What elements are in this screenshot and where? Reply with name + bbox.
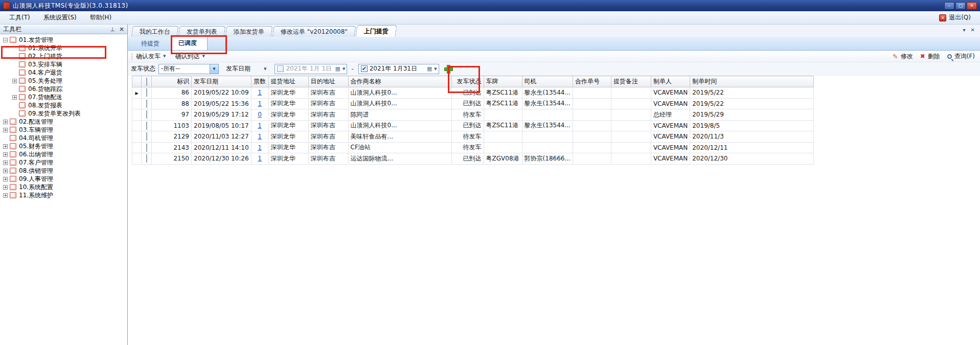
tree-item[interactable]: 04.客户退货 (0, 68, 127, 77)
expand-plus-icon[interactable]: + (3, 128, 8, 132)
column-header-合作商名称[interactable]: 合作商名称 (348, 76, 451, 87)
tab-上门提货[interactable]: 上门提货 (355, 25, 397, 37)
column-header-发车状态[interactable]: 发车状态 (451, 76, 484, 87)
tab-添加发货单[interactable]: 添加发货单 (225, 26, 273, 37)
table-row[interactable]: 882019/05/22 15:361深圳龙华深圳布吉山顶洞人科技0...已到达… (132, 98, 814, 109)
maximize-button[interactable]: ▢ (955, 2, 966, 10)
tree-item[interactable]: +06.出纳管理 (0, 150, 127, 158)
ticket-count-link[interactable]: 1 (258, 155, 262, 162)
tree-item[interactable]: +05.财务管理 (0, 142, 127, 150)
menu-item-工具(T)[interactable]: 工具(T) (4, 12, 35, 22)
expand-plus-icon[interactable]: + (12, 95, 17, 100)
expand-plus-icon[interactable]: + (3, 160, 8, 165)
tab-overflow-icon[interactable]: ▾ (963, 27, 966, 33)
table-row[interactable]: 21502020/12/30 10:261深圳龙华深圳布吉运达国际物流...已到… (132, 153, 814, 165)
column-header-制单时间[interactable]: 制单时间 (690, 76, 814, 87)
tree-item[interactable]: +11.系统维护 (0, 191, 127, 199)
column-header-车牌[interactable]: 车牌 (484, 76, 522, 87)
combo-dropdown-icon[interactable]: ▼ (210, 64, 218, 74)
column-header-制单人[interactable]: 制单人 (651, 76, 690, 87)
date-from-checkbox[interactable] (277, 65, 284, 72)
tree-item[interactable]: +07.客户管理 (0, 158, 127, 167)
column-header-票数[interactable]: 票数 (251, 76, 268, 87)
tree-item[interactable]: +07.货物配送 (0, 93, 127, 101)
toolbar-grip[interactable] (130, 53, 133, 60)
table-row[interactable]: 11032019/08/05 10:171深圳龙华深圳布吉山顶洞人科技0...已… (132, 120, 814, 131)
column-header-提货地址[interactable]: 提货地址 (268, 76, 308, 87)
tree-item[interactable]: 04.司机管理 (0, 134, 127, 142)
tree-item[interactable]: −01.发货管理 (0, 36, 127, 44)
minimize-button[interactable]: – (944, 2, 954, 10)
column-header-提货备注[interactable]: 提货备注 (611, 76, 651, 87)
expand-plus-icon[interactable]: + (3, 169, 8, 173)
expand-plus-icon[interactable]: + (3, 144, 8, 149)
tree-item[interactable]: 03.安排车辆 (0, 60, 127, 68)
tab-我的工作台[interactable]: 我的工作台 (131, 26, 179, 37)
ticket-count-link[interactable]: 1 (258, 122, 262, 129)
column-header-标识[interactable]: 标识 (152, 76, 192, 87)
tree-item[interactable]: +09.人事管理 (0, 175, 127, 183)
tree-item[interactable]: +03.车辆管理 (0, 126, 127, 134)
close-button[interactable]: ✕ (967, 2, 977, 10)
date-to-checkbox[interactable]: ✔ (361, 65, 368, 72)
tree-item[interactable]: +08.供销管理 (0, 167, 127, 175)
menu-item-帮助(H)[interactable]: 帮助(H) (85, 12, 117, 22)
tree-item[interactable]: 09.发货单更改列表 (0, 109, 127, 118)
column-header-司机[interactable]: 司机 (522, 76, 573, 87)
row-checkbox[interactable] (146, 144, 147, 152)
menu-item-系统设置(S)[interactable]: 系统设置(S) (38, 12, 82, 22)
row-checkbox[interactable] (146, 122, 147, 130)
tree-item[interactable]: 01.系统开单 (0, 44, 127, 52)
row-checkbox[interactable] (146, 110, 147, 119)
status-filter-combobox[interactable]: -所有-- ▼ (158, 64, 219, 74)
sidebar-close-icon[interactable]: × (119, 26, 124, 33)
row-checkbox[interactable] (146, 100, 147, 108)
tab-close-icon[interactable]: ✕ (971, 27, 975, 33)
table-row[interactable]: 21292020/11/03 12:271深圳龙华深圳布吉美味轩食品有...待发… (132, 131, 814, 143)
ticket-count-link[interactable]: 1 (258, 89, 262, 96)
subtab-待提货[interactable]: 待提货 (136, 37, 165, 50)
tree-item[interactable]: +02.配送管理 (0, 118, 127, 126)
column-header-目的地址[interactable]: 目的地址 (308, 76, 348, 87)
toolbar-button-删除[interactable]: ✖删除 (920, 52, 940, 61)
tree-item[interactable]: 08.发货报表 (0, 101, 127, 109)
date-field-selector[interactable]: 发车日期 ▼ (226, 64, 266, 73)
pin-icon[interactable]: ⊥ (110, 26, 115, 33)
ticket-count-link[interactable]: 1 (258, 144, 262, 151)
table-row[interactable]: 972019/05/29 17:120深圳龙华深圳布吉陈同进待发车总经理2019… (132, 109, 814, 121)
column-header-发车日期[interactable]: 发车日期 (192, 76, 252, 87)
row-checkbox[interactable] (146, 88, 147, 97)
chevron-down-icon[interactable]: ▼ (434, 67, 437, 71)
table-row[interactable]: ▶862019/05/22 10:091深圳龙华深圳布吉山顶洞人科技0...已到… (132, 87, 814, 99)
tab-发货单列表[interactable]: 发货单列表 (178, 26, 226, 37)
row-checkbox[interactable] (146, 132, 147, 141)
toolbar-button-确认发车[interactable]: 确认发车▼ (136, 52, 166, 61)
select-all-checkbox[interactable] (146, 78, 147, 86)
tree-item[interactable]: +10.系统配置 (0, 183, 127, 191)
expand-plus-icon[interactable]: + (3, 152, 8, 157)
expand-plus-icon[interactable]: + (12, 79, 17, 83)
ticket-count-link[interactable]: 1 (258, 100, 262, 107)
table-row[interactable]: 21432020/12/11 14:101深圳龙华深圳布吉CF油站待发车VCAV… (132, 142, 814, 153)
expand-plus-icon[interactable]: + (3, 185, 8, 190)
toolbar-button-修改[interactable]: ✎修改 (893, 52, 913, 61)
row-checkbox[interactable] (146, 154, 147, 163)
expand-plus-icon[interactable]: + (3, 177, 8, 181)
expand-plus-icon[interactable]: + (3, 193, 8, 198)
tree-item[interactable]: 06.货物跟踪 (0, 85, 127, 93)
tab-修改运单 "v20120008"[interactable]: 修改运单 "v20120008" (272, 26, 356, 37)
subtab-已调度[interactable]: 已调度 (172, 36, 208, 51)
chevron-down-icon[interactable]: ▼ (343, 67, 345, 71)
add-plus-icon[interactable] (444, 65, 452, 73)
ticket-count-link[interactable]: 1 (258, 133, 262, 140)
tree-item[interactable]: +05.关务处理 (0, 77, 127, 85)
tree-item[interactable]: 02.上门提货 (0, 52, 127, 60)
column-header-合作单号[interactable]: 合作单号 (573, 76, 611, 87)
date-from-picker[interactable]: 2021年 1月 1日 ▦ ▼ (275, 64, 347, 74)
ticket-count-link[interactable]: 0 (258, 111, 262, 118)
toolbar-button-查询(F)[interactable]: 查询(F) (947, 52, 975, 61)
expand-minus-icon[interactable]: − (3, 38, 8, 42)
expand-plus-icon[interactable]: + (3, 120, 8, 124)
exit-button[interactable]: ✕ 退出(Q) (939, 13, 976, 22)
toolbar-button-确认到达[interactable]: 确认到达▼ (175, 52, 204, 61)
